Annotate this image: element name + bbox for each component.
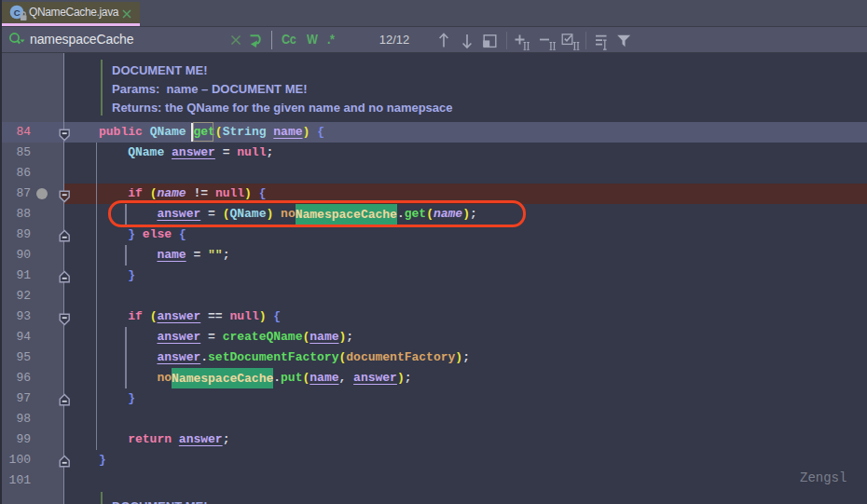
svg-text:C: C <box>14 7 21 18</box>
